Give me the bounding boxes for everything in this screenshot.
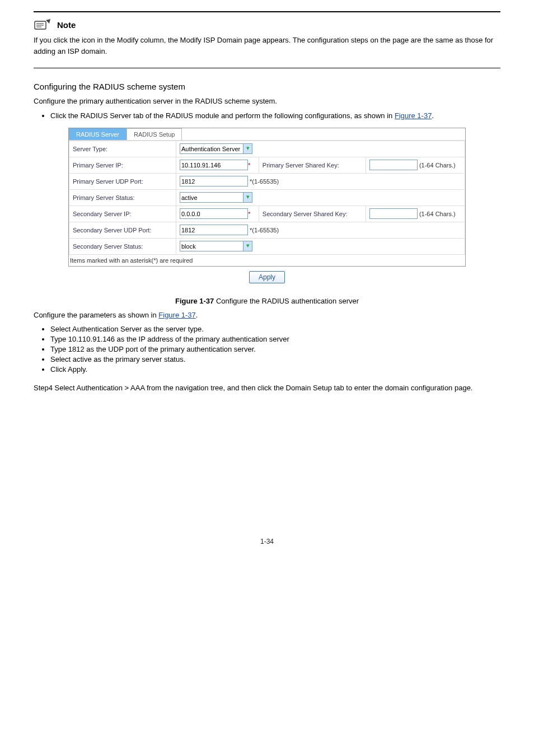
divider-top xyxy=(34,11,500,12)
label-primary-status: Primary Server Status: xyxy=(69,189,176,206)
label-primary-port: Primary Server UDP Port: xyxy=(69,173,176,189)
note-icon xyxy=(34,18,53,31)
label-secondary-key: Secondary Server Shared Key: xyxy=(259,206,366,222)
primary-ip-input[interactable] xyxy=(180,160,248,170)
figure-caption: Figure 1-37 Configure the RADIUS authent… xyxy=(34,297,500,305)
primary-port-hint: *(1-65535) xyxy=(250,178,279,185)
page-number: 1-34 xyxy=(34,538,500,545)
required-star: * xyxy=(248,162,250,169)
bullets-intro-suf: . xyxy=(196,311,198,319)
label-server-type: Server Type: xyxy=(69,141,176,157)
note-label: Note xyxy=(57,20,76,30)
chevron-down-icon[interactable]: ▾ xyxy=(243,241,252,251)
figure-link[interactable]: Figure 1-37 xyxy=(158,311,195,319)
figure-rest: Configure the RADIUS authentication serv… xyxy=(214,297,359,305)
secondary-key-input[interactable] xyxy=(369,208,418,219)
figure-link-inline[interactable]: Figure 1-37 xyxy=(395,111,432,120)
step-bullet-suf: . xyxy=(432,111,434,120)
tab-radius-server[interactable]: RADIUS Server xyxy=(69,128,127,140)
secondary-status-select[interactable] xyxy=(180,241,243,251)
label-secondary-port: Secondary Server UDP Port: xyxy=(69,222,176,238)
label-primary-ip: Primary Server IP: xyxy=(69,157,176,173)
bullets-intro: Configure the parameters as shown in Fig… xyxy=(34,310,500,321)
secondary-key-hint: (1-64 Chars.) xyxy=(419,211,456,217)
label-secondary-status: Secondary Server Status: xyxy=(69,238,176,254)
primary-key-input[interactable] xyxy=(369,160,418,170)
tab-radius-setup[interactable]: RADIUS Setup xyxy=(127,128,182,140)
required-star: * xyxy=(248,211,250,217)
required-note: Items marked with an asterisk(*) are req… xyxy=(69,255,465,266)
divider-after-note xyxy=(34,68,500,68)
list-item: Select active as the primary server stat… xyxy=(50,355,500,363)
step-bullet: Click the RADIUS Server tab of the RADIU… xyxy=(50,111,500,120)
server-type-select[interactable] xyxy=(180,143,243,154)
config-bullets: Select Authentication Server as the serv… xyxy=(34,325,500,374)
list-item: Select Authentication Server as the serv… xyxy=(50,325,500,333)
step-bullet-pre: Click the RADIUS Server tab of the RADIU… xyxy=(50,111,395,120)
label-primary-key: Primary Server Shared Key: xyxy=(259,157,366,173)
radius-form-table: Server Type: ▾ Primary Server IP: * Prim… xyxy=(69,141,465,255)
chevron-down-icon[interactable]: ▾ xyxy=(243,143,252,154)
note-text: If you click the icon in the Modify colu… xyxy=(34,35,500,57)
secondary-ip-input[interactable] xyxy=(180,208,248,219)
primary-key-hint: (1-64 Chars.) xyxy=(419,162,456,169)
primary-port-input[interactable] xyxy=(180,176,248,186)
radius-screenshot: RADIUS Server RADIUS Setup Server Type: … xyxy=(68,128,466,267)
section-intro: Configure the primary authentication ser… xyxy=(34,96,500,107)
step4-heading: Step4 Select Authentication > AAA from t… xyxy=(34,384,500,392)
secondary-port-hint: *(1-65535) xyxy=(250,227,279,234)
primary-status-select[interactable] xyxy=(180,192,243,203)
list-item: Click Apply. xyxy=(50,365,500,374)
section-heading: Configuring the RADIUS scheme system xyxy=(34,82,500,91)
bullets-intro-pre: Configure the parameters as shown in xyxy=(34,311,158,319)
apply-button[interactable]: Apply xyxy=(249,271,285,283)
tab-bar: RADIUS Server RADIUS Setup xyxy=(69,128,465,140)
list-item: Type 1812 as the UDP port of the primary… xyxy=(50,345,500,353)
secondary-port-input[interactable] xyxy=(180,225,248,235)
figure-number: Figure 1-37 xyxy=(175,297,214,305)
label-secondary-ip: Secondary Server IP: xyxy=(69,206,176,222)
list-item: Type 10.110.91.146 as the IP address of … xyxy=(50,335,500,343)
chevron-down-icon[interactable]: ▾ xyxy=(243,192,252,203)
note-block: Note xyxy=(34,18,500,31)
